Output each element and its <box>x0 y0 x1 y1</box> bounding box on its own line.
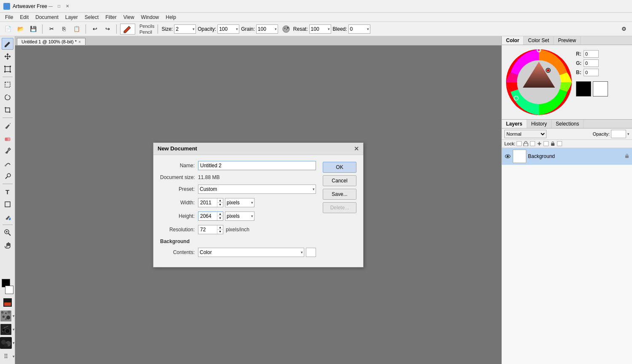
brush-preview[interactable] <box>120 24 135 35</box>
width-input[interactable]: 2011 ▲ ▼ <box>198 198 223 207</box>
lock-checkbox-2[interactable] <box>530 141 535 146</box>
delete-button[interactable]: Delete... <box>323 202 356 213</box>
crop-tool-button[interactable] <box>2 104 13 116</box>
height-input[interactable]: 2064 ▲ ▼ <box>198 211 223 221</box>
b-input[interactable] <box>584 69 599 76</box>
width-unit-select[interactable]: pixels cm inches <box>225 198 254 207</box>
save-button[interactable]: 💾 <box>28 24 39 35</box>
resolution-up[interactable]: ▲ <box>217 225 223 230</box>
menu-edit[interactable]: Edit <box>16 13 32 21</box>
texture-arrow-3[interactable]: ▾ <box>13 341 15 345</box>
new-button[interactable]: 📄 <box>3 24 13 35</box>
g-input[interactable] <box>584 59 599 67</box>
save-button[interactable]: Save... <box>323 189 356 200</box>
lock-icon-position[interactable] <box>536 141 542 147</box>
settings-button[interactable]: ⚙ <box>619 24 629 35</box>
resolution-down[interactable]: ▼ <box>217 230 223 234</box>
color-set-tab[interactable]: Color Set <box>524 36 554 45</box>
menu-filter[interactable]: Filter <box>102 13 120 21</box>
width-down[interactable]: ▼ <box>217 203 223 207</box>
layers-tab-history[interactable]: History <box>527 120 552 128</box>
preset-select[interactable]: Custom Letter A4 Screen <box>198 185 316 194</box>
text-tool-button[interactable]: T <box>2 186 13 198</box>
grain-input[interactable]: 100 ▾ <box>256 24 278 34</box>
dodge-tool-button[interactable] <box>2 170 13 182</box>
lock-checkbox-1[interactable] <box>517 141 522 146</box>
canvas-tab-untitled1[interactable]: Untitled 1 @ 100% (8-bit) * × <box>17 38 86 45</box>
opacity-arrow[interactable]: ▾ <box>627 132 629 136</box>
color-wheel[interactable] <box>505 48 573 116</box>
height-unit-select[interactable]: pixels cm inches <box>225 211 254 221</box>
lock-icon-all[interactable] <box>550 141 556 147</box>
open-button[interactable]: 📂 <box>15 24 26 35</box>
menu-file[interactable]: File <box>2 13 16 21</box>
preview-tab[interactable]: Preview <box>554 36 581 45</box>
ok-button[interactable]: OK <box>323 162 356 173</box>
lock-icon-pixels[interactable] <box>523 141 529 147</box>
extra-arrow[interactable]: ▾ <box>13 354 15 359</box>
hand-tool-button[interactable] <box>2 239 13 251</box>
shape-tool-button[interactable] <box>2 198 13 210</box>
background-color-swatch[interactable] <box>5 286 13 294</box>
cancel-button[interactable]: Cancel <box>323 175 356 186</box>
undo-button[interactable]: ↩ <box>89 24 100 35</box>
smudge-tool-button[interactable] <box>2 158 13 169</box>
name-input[interactable] <box>198 161 316 170</box>
fill-tool-button[interactable] <box>2 211 13 223</box>
texture-tool-1[interactable] <box>2 297 13 308</box>
menu-help[interactable]: Help <box>162 13 179 21</box>
height-up[interactable]: ▲ <box>217 212 223 217</box>
resolution-input[interactable]: 72 ▲ ▼ <box>198 225 223 234</box>
texture-arrow-2[interactable]: ▾ <box>13 327 15 332</box>
blend-mode-select[interactable]: Normal Multiply Screen Overlay <box>504 130 546 138</box>
opacity-input[interactable]: 100 ▾ <box>217 24 239 34</box>
copy-button[interactable]: ⎘ <box>59 24 70 35</box>
eraser-tool-button[interactable] <box>2 132 13 144</box>
layer-item-background[interactable]: Background <box>502 148 632 165</box>
texture-tool-4[interactable] <box>0 337 12 349</box>
menu-window[interactable]: Window <box>138 13 163 21</box>
grain-icon-button[interactable] <box>281 24 292 35</box>
size-input[interactable]: 2 ▾ <box>174 24 196 34</box>
layers-tab-selections[interactable]: Selections <box>552 120 584 128</box>
color-tab[interactable]: Color <box>502 36 524 45</box>
paint-tool-button[interactable] <box>2 120 13 131</box>
fg-swatch[interactable] <box>576 81 591 96</box>
lock-checkbox-3[interactable] <box>544 141 549 146</box>
paste-button[interactable]: 📋 <box>71 24 82 35</box>
texture-tool-3[interactable] <box>0 324 12 335</box>
close-button[interactable]: ✕ <box>64 3 71 10</box>
move-tool-button[interactable] <box>2 51 13 62</box>
height-down[interactable]: ▼ <box>217 216 223 220</box>
minimize-button[interactable]: — <box>47 3 54 10</box>
menu-view[interactable]: View <box>120 13 138 21</box>
zoom-tool-button[interactable] <box>2 227 13 238</box>
clone-tool-button[interactable] <box>2 145 13 157</box>
menu-document[interactable]: Document <box>32 13 62 21</box>
resat-input[interactable]: 100 ▾ <box>309 24 331 34</box>
texture-tool-2[interactable] <box>0 310 12 322</box>
selection-tool-button[interactable] <box>2 79 13 91</box>
redo-button[interactable]: ↪ <box>102 24 113 35</box>
layer-visibility-toggle[interactable] <box>504 153 511 160</box>
texture-arrow[interactable]: ▾ <box>13 314 15 318</box>
cut-button[interactable]: ✂ <box>46 24 57 35</box>
menu-select[interactable]: Select <box>81 13 102 21</box>
menu-layer[interactable]: Layer <box>62 13 81 21</box>
r-input[interactable] <box>584 50 599 58</box>
pencil-tool-button[interactable] <box>2 38 13 50</box>
extra-tool-5[interactable]: ⠿ <box>0 351 12 362</box>
lasso-tool-button[interactable] <box>2 91 13 103</box>
layers-tab-layers[interactable]: Layers <box>502 120 527 128</box>
bleed-input[interactable]: 0 ▾ <box>348 24 370 34</box>
color-swatch-area[interactable] <box>2 279 13 294</box>
bg-swatch[interactable] <box>593 81 608 96</box>
transform-tool-button[interactable] <box>2 63 13 75</box>
maximize-button[interactable]: □ <box>56 3 62 10</box>
width-up[interactable]: ▲ <box>217 198 223 203</box>
contents-color-preview[interactable] <box>306 248 316 257</box>
canvas-tab-close[interactable]: × <box>78 40 81 44</box>
dialog-close-button[interactable]: ✕ <box>354 145 359 152</box>
opacity-input[interactable] <box>611 130 626 138</box>
lock-checkbox-4[interactable] <box>557 141 562 146</box>
